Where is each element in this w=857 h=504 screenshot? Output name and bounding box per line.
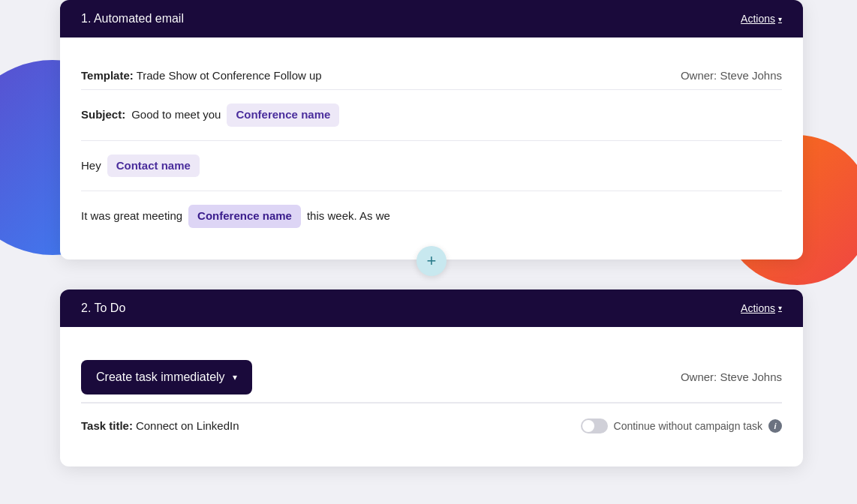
info-icon[interactable]: i [768,419,782,433]
continue-toggle[interactable] [581,418,608,434]
task-title-left: Task title: Connect on LinkedIn [81,419,239,432]
card1-title: 1. Automated email [81,12,184,26]
card2-owner: Owner: Steve Johns [681,370,782,383]
create-task-button[interactable]: Create task immediately ▾ [81,360,252,394]
card1-actions-label: Actions [741,13,775,25]
card1-body: Template: Trade Show ot Conference Follo… [60,38,803,260]
card1-owner: Owner: Steve Johns [681,69,782,82]
create-task-owner-row: Create task immediately ▾ Owner: Steve J… [81,345,782,403]
template-row: Template: Trade Show ot Conference Follo… [81,56,782,90]
conference-name-tag-meeting: Conference name [188,205,301,228]
meeting-text: It was great meeting [81,208,182,225]
template-label: Template: [81,69,134,82]
contact-name-tag: Contact name [107,154,200,178]
card2-title: 2. To Do [81,302,125,315]
subject-row: Subject: Good to meet you Conference nam… [81,90,782,141]
add-step-button[interactable]: + [416,246,447,276]
card2-actions-chevron: ▾ [778,304,782,312]
task-title-value: Connect on LinkedIn [136,419,239,432]
add-step-wrapper: + [60,246,803,276]
card2-body: Create task immediately ▾ Owner: Steve J… [60,327,803,466]
task-title-label: Task title: [81,419,133,432]
template-text: Template: Trade Show ot Conference Follo… [81,69,322,82]
hey-text: Hey [81,158,101,175]
card2-header: 2. To Do Actions ▾ [60,290,803,327]
hey-row: Hey Contact name [81,141,782,192]
continue-label: Continue without campaign task [614,420,762,432]
subject-text: Good to meet you [131,106,221,124]
task-title-right: Continue without campaign task i [581,418,782,434]
template-value: Trade Show ot Conference Follow up [137,69,322,82]
task-title-row: Task title: Connect on LinkedIn Continue… [81,403,782,448]
trailing-text: this week. As we [307,208,390,225]
subject-label: Subject: [81,106,125,124]
create-task-chevron: ▾ [233,372,237,382]
card1-actions-chevron: ▾ [778,15,782,23]
todo-card: 2. To Do Actions ▾ Create task immediate… [60,290,803,466]
card2-actions-label: Actions [741,302,775,314]
meeting-row: It was great meeting Conference name thi… [81,191,782,242]
card1-header: 1. Automated email Actions ▾ [60,0,803,38]
create-task-label: Create task immediately [96,370,225,384]
card2-actions-button[interactable]: Actions ▾ [741,302,782,314]
automated-email-card: 1. Automated email Actions ▾ Template: T… [60,0,803,260]
conference-name-tag-subject: Conference name [227,104,339,127]
card1-actions-button[interactable]: Actions ▾ [741,13,782,25]
